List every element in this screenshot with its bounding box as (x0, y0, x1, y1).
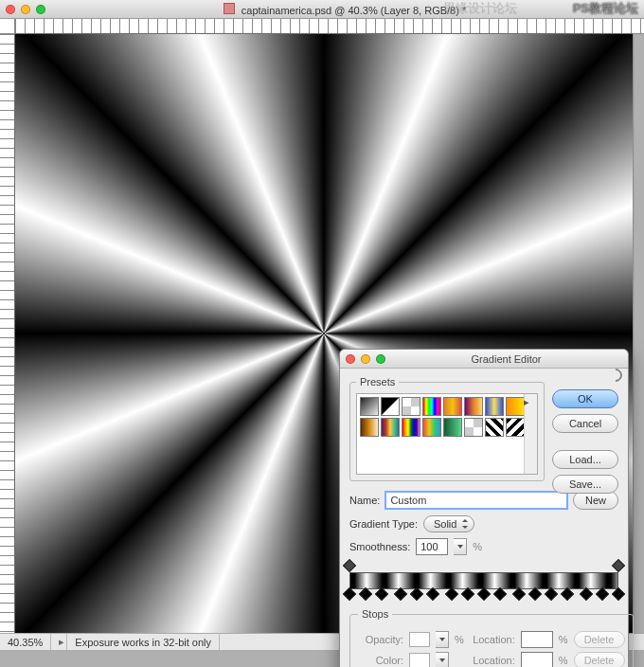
document-proxy-icon (224, 3, 235, 14)
smoothness-dropdown-icon[interactable] (454, 538, 467, 555)
color-location-label: Location: (470, 655, 515, 666)
main-titlebar: captainamerica.psd @ 40.3% (Layer 8, RGB… (0, 0, 644, 19)
ruler-horizontal[interactable] (15, 19, 644, 34)
status-popup-icon[interactable]: ▸ (51, 634, 67, 650)
cancel-button[interactable]: Cancel (552, 414, 618, 433)
preset-swatch[interactable] (422, 418, 441, 437)
window-title: captainamerica.psd @ 40.3% (Layer 8, RGB… (51, 3, 638, 16)
opacity-location-pct: % (559, 634, 568, 645)
smoothness-label: Smoothness: (349, 541, 410, 552)
watermark-right: PS教程论坛 (573, 0, 638, 17)
color-stop[interactable] (612, 587, 625, 601)
opacity-label: Opacity: (358, 634, 403, 645)
opacity-delete-button[interactable]: Delete (574, 631, 625, 648)
dialog-titlebar[interactable]: Gradient Editor (340, 350, 628, 369)
opacity-location-input[interactable] (521, 631, 553, 648)
opacity-location-label: Location: (470, 634, 515, 645)
dialog-body: Presets ▸ OK Cancel Load... Save... Name… (340, 369, 628, 667)
gradient-editor-dialog: Gradient Editor Presets ▸ OK Cancel Load… (339, 349, 629, 667)
color-label: Color: (358, 655, 403, 666)
preset-swatch[interactable] (360, 397, 379, 416)
color-stop[interactable] (394, 587, 407, 601)
status-zoom[interactable]: 40.35% (0, 634, 51, 650)
preset-swatch[interactable] (464, 418, 483, 437)
ruler-vertical[interactable] (0, 34, 15, 633)
color-stop[interactable] (528, 587, 542, 601)
color-delete-button[interactable]: Delete (574, 652, 625, 667)
load-button[interactable]: Load... (552, 450, 618, 469)
name-label: Name: (349, 495, 380, 506)
preset-menu-icon[interactable]: ▸ (520, 396, 533, 407)
opacity-swatch[interactable] (409, 632, 430, 647)
color-stop[interactable] (461, 587, 474, 601)
preset-swatch[interactable] (443, 418, 462, 437)
color-dropdown-icon[interactable] (436, 652, 449, 667)
preset-swatch[interactable] (485, 418, 504, 437)
color-stop[interactable] (561, 587, 574, 601)
color-stops-track[interactable] (349, 589, 618, 603)
preset-swatch[interactable] (402, 397, 420, 416)
opacity-stop-row: Opacity: % Location: % Delete (358, 631, 625, 648)
color-stop[interactable] (375, 587, 388, 601)
gradient-type-row: Gradient Type: Solid (349, 515, 618, 532)
color-stop[interactable] (493, 587, 507, 601)
zoom-icon[interactable] (36, 5, 45, 14)
preset-swatch[interactable] (381, 418, 400, 437)
opacity-stop[interactable] (612, 559, 625, 572)
color-stop-row: Color: % Location: % Delete (358, 652, 625, 667)
color-swatch[interactable] (409, 653, 430, 667)
dialog-buttons: OK Cancel Load... Save... (552, 389, 618, 494)
color-stop[interactable] (580, 587, 593, 601)
presets-group: Presets ▸ (349, 376, 545, 481)
dialog-traffic-lights (346, 354, 385, 364)
workspace: 40.35% ▸ Exposure works in 32-bit only G… (0, 19, 644, 650)
dialog-minimize-icon[interactable] (361, 354, 370, 364)
color-stop[interactable] (596, 587, 609, 601)
color-location-pct: % (559, 655, 568, 666)
save-button[interactable]: Save... (552, 475, 618, 494)
gradient-bar-section (349, 561, 618, 603)
preset-swatch[interactable] (443, 397, 462, 416)
dialog-close-icon[interactable] (346, 354, 355, 364)
preset-swatch[interactable] (360, 418, 379, 437)
opacity-stop[interactable] (343, 559, 356, 572)
preset-swatch[interactable] (381, 397, 400, 416)
color-stop[interactable] (512, 587, 526, 601)
stops-legend: Stops (358, 608, 392, 620)
stops-group: Stops Opacity: % Location: % Delete Colo… (349, 608, 634, 667)
opacity-stops-track[interactable] (349, 561, 618, 572)
opacity-dropdown-icon[interactable] (436, 631, 449, 648)
color-location-input[interactable] (521, 652, 553, 667)
preset-swatch[interactable] (485, 397, 504, 416)
help-icon[interactable] (606, 366, 625, 385)
color-stop[interactable] (359, 587, 372, 601)
preset-grid[interactable]: ▸ (356, 393, 538, 475)
color-stop[interactable] (426, 587, 439, 601)
color-stop[interactable] (545, 587, 558, 601)
ruler-origin[interactable] (0, 19, 15, 34)
watermark-left: 思缘设计论坛 (443, 0, 517, 17)
preset-swatch[interactable] (402, 418, 420, 437)
smoothness-row: Smoothness: % (349, 538, 618, 555)
dialog-zoom-icon[interactable] (376, 354, 385, 364)
color-stop[interactable] (477, 587, 491, 601)
presets-label: Presets (356, 376, 399, 388)
preset-swatch[interactable] (506, 418, 525, 437)
smoothness-unit: % (473, 541, 482, 552)
dialog-title: Gradient Editor (390, 353, 622, 365)
gradient-type-select[interactable]: Solid (423, 515, 474, 532)
color-stop[interactable] (410, 587, 423, 601)
name-input[interactable] (385, 492, 567, 509)
color-stop[interactable] (445, 587, 458, 601)
preset-swatch[interactable] (422, 397, 441, 416)
smoothness-input[interactable] (416, 538, 448, 555)
traffic-lights (6, 5, 45, 14)
ok-button[interactable]: OK (552, 389, 618, 408)
minimize-icon[interactable] (21, 5, 30, 14)
new-button[interactable]: New (573, 491, 618, 510)
status-info[interactable]: Exposure works in 32-bit only (67, 634, 220, 650)
close-icon[interactable] (6, 5, 15, 14)
opacity-pct: % (455, 634, 464, 645)
color-stop[interactable] (343, 587, 356, 601)
preset-swatch[interactable] (464, 397, 483, 416)
